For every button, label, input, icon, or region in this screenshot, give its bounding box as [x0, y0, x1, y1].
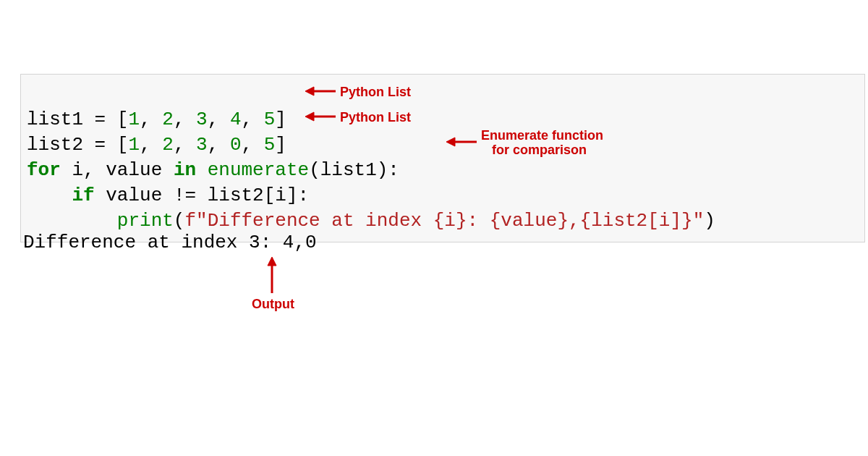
code-block: list1 = [1, 2, 3, 4, 5] list2 = [1, 2, 3… [20, 74, 865, 242]
arrow-left-icon [446, 136, 477, 148]
annotation-output: Output [252, 297, 294, 312]
svg-marker-1 [305, 87, 314, 96]
output-text: Difference at index 3: 4,0 [23, 232, 317, 253]
svg-marker-3 [305, 112, 314, 121]
code-line-1: list1 = [1, 2, 3, 4, 5] [27, 109, 286, 130]
code-line-5: print(f"Difference at index {i}: {value}… [27, 210, 715, 232]
code-line-4: if value != list2[i]: [27, 185, 309, 206]
annotation-enumerate-line2: for comparison [492, 143, 587, 158]
arrow-up-icon [266, 257, 278, 293]
code-line-2: list2 = [1, 2, 3, 0, 5] [27, 134, 286, 156]
code-line-3: for i, value in enumerate(list1): [27, 159, 399, 181]
annotation-enumerate-line1: Enumerate function [481, 128, 603, 143]
arrow-left-icon [305, 85, 336, 97]
svg-marker-7 [268, 257, 276, 266]
arrow-left-icon [305, 111, 336, 122]
annotation-list1: Python List [340, 85, 411, 100]
svg-marker-5 [446, 138, 455, 146]
annotation-list2: Python List [340, 110, 411, 125]
